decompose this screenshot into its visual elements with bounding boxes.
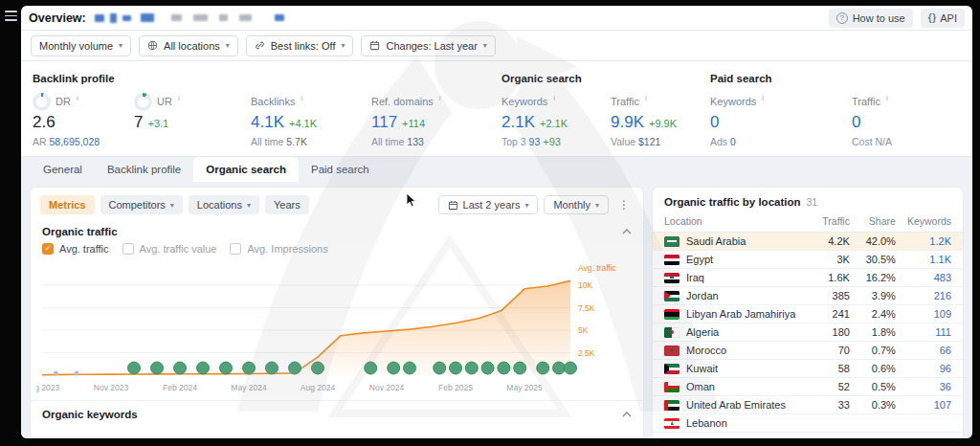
flag-ma-icon	[664, 346, 679, 356]
chevron-down-icon: ▾	[247, 201, 251, 210]
location-row[interactable]: Libyan Arab Jamahiriya2412.4%109	[653, 305, 963, 323]
location-traffic: 1.6K	[806, 269, 856, 287]
flag-dz-icon	[664, 327, 679, 338]
location-name: Saudi Arabia	[686, 235, 746, 247]
organic-traffic-chart[interactable]: Aug 2023Nov 2023Feb 2024May 2024Aug 2024…	[31, 258, 643, 398]
location-row[interactable]: Iraq1.6K16.2%483	[653, 269, 963, 287]
info-icon[interactable]: i	[886, 92, 888, 105]
location-keywords-link[interactable]: 96	[902, 360, 963, 378]
changes-dropdown[interactable]: Changes: Last year ▾	[361, 35, 495, 56]
top3-link[interactable]: 93	[529, 136, 541, 147]
location-keywords-link[interactable]: 1.2K	[902, 233, 963, 251]
monthly-volume-dropdown[interactable]: Monthly volume ▾	[31, 35, 131, 56]
location-keywords-link[interactable]: 1.1K	[902, 251, 963, 269]
question-icon: ?	[836, 12, 848, 24]
flag-eg-icon	[664, 255, 679, 265]
granularity-dropdown[interactable]: Monthly ▾	[544, 195, 609, 214]
info-icon[interactable]: i	[178, 92, 180, 105]
competitors-dropdown[interactable]: Competitors ▾	[100, 195, 183, 214]
svg-text:7.5K: 7.5K	[578, 303, 595, 313]
ar-rank-link[interactable]: 58,695,028	[50, 136, 100, 147]
location-name: Jordan	[686, 290, 719, 301]
redacted-target-name	[110, 13, 117, 23]
stat-backlinks: Backlinks i 4.1K +4.1K All time 5.7K	[251, 92, 317, 147]
location-share: 0.7%	[856, 342, 902, 360]
location-row[interactable]: Morocco700.7%66	[653, 342, 963, 360]
ur-delta: +3.1	[147, 118, 168, 129]
info-icon[interactable]: i	[553, 92, 555, 105]
stat-paid-keywords: Keywords i 0 Ads 0	[710, 92, 764, 147]
tab-paid-search[interactable]: Paid search	[299, 157, 382, 182]
location-row[interactable]: Saudi Arabia4.2K42.0%1.2K	[653, 233, 963, 251]
avg-traffic-value-checkbox[interactable]: Avg. traffic value	[122, 243, 217, 255]
tab-backlink-profile[interactable]: Backlink profile	[95, 157, 193, 182]
location-row[interactable]: Lebanon	[653, 414, 963, 433]
location-keywords-link[interactable]: 111	[902, 323, 963, 342]
best-links-dropdown[interactable]: Best links: Off ▾	[246, 35, 354, 56]
calendar-icon	[369, 40, 380, 51]
location-share: 0.6%	[856, 360, 902, 378]
location-row[interactable]: Egypt3K30.5%1.1K	[653, 251, 963, 269]
page-title: Overview:	[29, 11, 86, 25]
info-icon[interactable]: i	[762, 92, 764, 105]
chevron-up-icon[interactable]	[622, 412, 632, 417]
locations-dropdown[interactable]: Locations ▾	[189, 195, 259, 214]
location-row[interactable]: Jordan3853.9%216	[653, 287, 963, 305]
location-keywords-link[interactable]: 216	[902, 287, 963, 305]
location-name: Oman	[686, 381, 715, 392]
avg-traffic-checkbox[interactable]: Avg. traffic	[42, 243, 109, 255]
locations-table-header: Location Traffic Share Keywords	[653, 213, 963, 233]
organic-traffic-value-link[interactable]: 9.9K	[611, 113, 644, 132]
organic-keywords-value-link[interactable]: 2.1K	[501, 113, 535, 132]
how-to-use-button[interactable]: ? How to use	[829, 9, 913, 28]
location-row[interactable]: Kuwait580.6%96	[653, 360, 963, 378]
location-keywords-link[interactable]	[902, 414, 963, 433]
years-button[interactable]: Years	[265, 195, 309, 214]
sub-nav-tabs: General Backlink profile Organic search …	[21, 157, 972, 182]
location-keywords-link[interactable]: 66	[902, 342, 963, 360]
location-row[interactable]: Algeria1801.8%111	[653, 323, 963, 342]
svg-text:Feb 2024: Feb 2024	[163, 383, 197, 392]
date-range-dropdown[interactable]: Last 2 years ▾	[438, 195, 539, 214]
location-keywords-link[interactable]: 36	[902, 378, 963, 396]
info-icon[interactable]: i	[645, 92, 647, 105]
redacted-text	[193, 14, 208, 21]
info-icon[interactable]: i	[77, 92, 78, 105]
redacted-text	[239, 14, 252, 21]
all-locations-dropdown[interactable]: All locations ▾	[139, 35, 238, 56]
chevron-down-icon: ▾	[595, 201, 599, 210]
metrics-button[interactable]: Metrics	[40, 195, 95, 214]
dr-sub: AR 58,695,028	[33, 136, 100, 147]
location-row[interactable]: United Arab Emirates330.3%107	[653, 396, 963, 414]
more-options-kebab-icon[interactable]: ⋮	[614, 198, 634, 212]
chevron-up-icon[interactable]	[622, 229, 632, 234]
info-icon[interactable]: i	[439, 92, 441, 105]
flag-sa-icon	[664, 236, 679, 247]
redacted-target-name	[122, 15, 131, 21]
hamburger-menu-icon[interactable]	[5, 11, 17, 21]
location-traffic: 33	[806, 396, 856, 414]
ref-domains-value-link[interactable]: 117	[371, 113, 397, 132]
info-icon[interactable]: i	[301, 92, 302, 105]
paid-keywords-value-link[interactable]: 0	[710, 113, 719, 132]
backlinks-value-link[interactable]: 4.1K	[251, 113, 284, 132]
svg-text:Aug 2024: Aug 2024	[301, 383, 336, 392]
location-share: 3.9%	[856, 287, 902, 305]
svg-text:May 2025: May 2025	[506, 383, 543, 392]
flag-iq-icon	[664, 273, 679, 283]
paid-traffic-value-link[interactable]: 0	[852, 113, 860, 132]
location-keywords-link[interactable]: 483	[902, 269, 963, 287]
tab-organic-search[interactable]: Organic search	[193, 157, 299, 182]
locations-count: 31	[807, 196, 818, 208]
ur-value: 7	[134, 113, 143, 132]
location-keywords-link[interactable]: 107	[902, 396, 963, 414]
location-row[interactable]: Oman520.5%36	[653, 378, 963, 396]
location-keywords-link[interactable]: 109	[902, 305, 963, 323]
redacted-target-name	[141, 13, 154, 22]
api-button[interactable]: { } API	[921, 9, 965, 28]
location-name: Egypt	[686, 254, 713, 265]
avg-impressions-checkbox[interactable]: Avg. Impressions	[230, 243, 327, 255]
tab-general[interactable]: General	[31, 157, 95, 182]
flag-ly-icon	[664, 309, 679, 320]
flag-lb-icon	[664, 418, 679, 429]
